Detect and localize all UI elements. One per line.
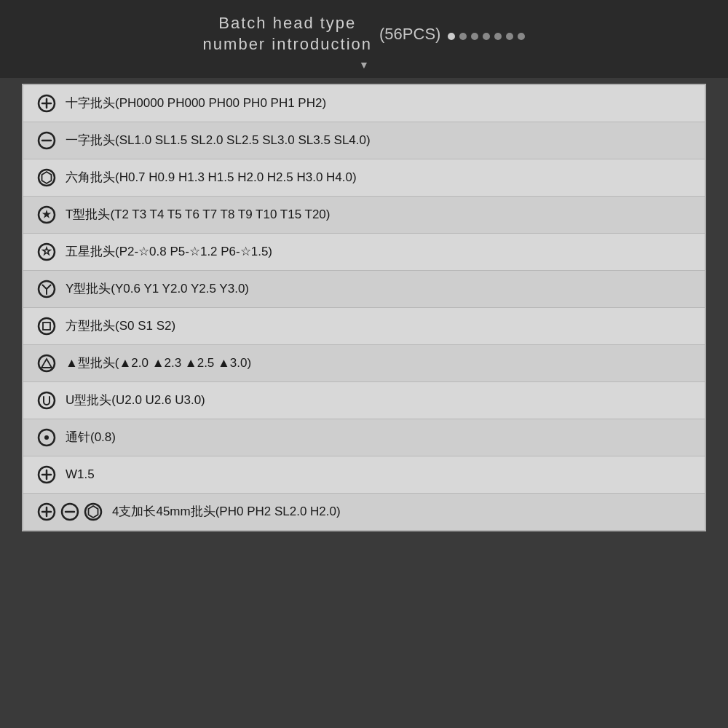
list-item: 方型批头(S0 S1 S2): [23, 308, 705, 345]
row-text: 五星批头(P2-☆0.8 P5-☆1.2 P6-☆1.5): [66, 244, 272, 260]
minus-circle-icon: [36, 130, 57, 151]
list-item: ▲型批头(▲2.0 ▲2.3 ▲2.5 ▲3.0): [23, 345, 705, 382]
row-text: Y型批头(Y0.6 Y1 Y2.0 Y2.5 Y3.0): [66, 281, 249, 297]
svg-marker-30: [89, 506, 98, 518]
list-item: 五星批头(P2-☆0.8 P5-☆1.2 P6-☆1.5): [23, 234, 705, 271]
square-circle-icon: [36, 316, 57, 336]
list-item: 一字批头(SL1.0 SL1.5 SL2.0 SL2.5 SL3.0 SL3.5…: [23, 122, 705, 159]
icon-cell: [36, 390, 57, 411]
hex-circle-icon: [36, 167, 57, 188]
hex-circle-icon: [83, 502, 103, 522]
down-arrow: ▼: [359, 59, 369, 71]
icon-cell: [36, 502, 103, 522]
icon-cell: [36, 427, 57, 448]
header: Batch head type number introduction (56P…: [0, 0, 728, 78]
svg-marker-6: [42, 172, 52, 183]
plus-circle-icon: [36, 502, 57, 522]
list-item: 4支加长45mm批头(PH0 PH2 SL2.0 H2.0): [23, 494, 705, 530]
list-item: W1.5: [23, 456, 705, 494]
icon-cell: [36, 93, 57, 114]
dot-4: [483, 33, 490, 40]
dot-5: [494, 33, 502, 40]
content-list: 十字批头(PH0000 PH000 PH00 PH0 PH1 PH2)一字批头(…: [22, 84, 706, 531]
list-item: U型批头(U2.0 U2.6 U3.0): [23, 382, 705, 419]
row-text: 4支加长45mm批头(PH0 PH2 SL2.0 H2.0): [112, 504, 341, 520]
svg-line-11: [43, 285, 47, 290]
list-item: 十字批头(PH0000 PH000 PH00 PH0 PH1 PH2): [23, 85, 705, 122]
dot-1: [448, 33, 455, 40]
row-text: W1.5: [66, 467, 95, 483]
row-text: 方型批头(S0 S1 S2): [66, 318, 175, 334]
pcs-badge: (56PCS): [379, 25, 440, 44]
svg-line-12: [47, 285, 51, 290]
row-text: 十字批头(PH0000 PH000 PH00 PH0 PH1 PH2): [66, 95, 326, 111]
list-item: 通针(0.8): [23, 419, 705, 456]
icon-cell: [36, 130, 57, 151]
row-text: 通针(0.8): [66, 430, 116, 446]
dot-7: [518, 33, 525, 40]
row-text: ▲型批头(▲2.0 ▲2.3 ▲2.5 ▲3.0): [66, 355, 251, 371]
icon-cell: [36, 316, 57, 336]
svg-point-20: [44, 435, 49, 440]
svg-point-18: [39, 392, 55, 408]
title-line2: number introduction: [203, 34, 372, 55]
triangle-circle-icon: [36, 353, 57, 373]
title-line1: Batch head type: [203, 13, 372, 34]
dot-2: [459, 33, 467, 40]
dot-circle-icon: [36, 427, 57, 448]
svg-point-13: [39, 318, 55, 334]
plus-circle-icon: [36, 93, 57, 114]
title-row: Batch head type number introduction (56P…: [203, 13, 526, 55]
dot-3: [471, 33, 478, 40]
svg-marker-16: [41, 359, 52, 368]
svg-rect-14: [43, 323, 50, 330]
icon-cell: [36, 353, 57, 373]
star-circle-icon: [36, 205, 57, 225]
row-text: T型批头(T2 T3 T4 T5 T6 T7 T8 T9 T10 T15 T20…: [66, 207, 330, 223]
icon-cell: [36, 205, 57, 225]
icon-cell: [36, 279, 57, 299]
row-text: 六角批头(H0.7 H0.9 H1.3 H1.5 H2.0 H2.5 H3.0 …: [66, 170, 357, 186]
list-item: Y型批头(Y0.6 Y1 Y2.0 Y2.5 Y3.0): [23, 271, 705, 308]
row-text: U型批头(U2.0 U2.6 U3.0): [66, 392, 205, 408]
plus-circle-icon: [36, 464, 57, 485]
icon-cell: [36, 242, 57, 262]
dot-6: [506, 33, 513, 40]
y-circle-icon: [36, 279, 57, 299]
minus-circle-icon: [60, 502, 80, 522]
dots-row: [448, 33, 525, 40]
list-item: 六角批头(H0.7 H0.9 H1.3 H1.5 H2.0 H2.5 H3.0 …: [23, 159, 705, 197]
icon-cell: [36, 464, 57, 485]
list-item: T型批头(T2 T3 T4 T5 T6 T7 T8 T9 T10 T15 T20…: [23, 197, 705, 234]
u-circle-icon: [36, 390, 57, 411]
icon-cell: [36, 167, 57, 188]
pentastar-circle-icon: [36, 242, 57, 262]
row-text: 一字批头(SL1.0 SL1.5 SL2.0 SL2.5 SL3.0 SL3.5…: [66, 132, 371, 149]
